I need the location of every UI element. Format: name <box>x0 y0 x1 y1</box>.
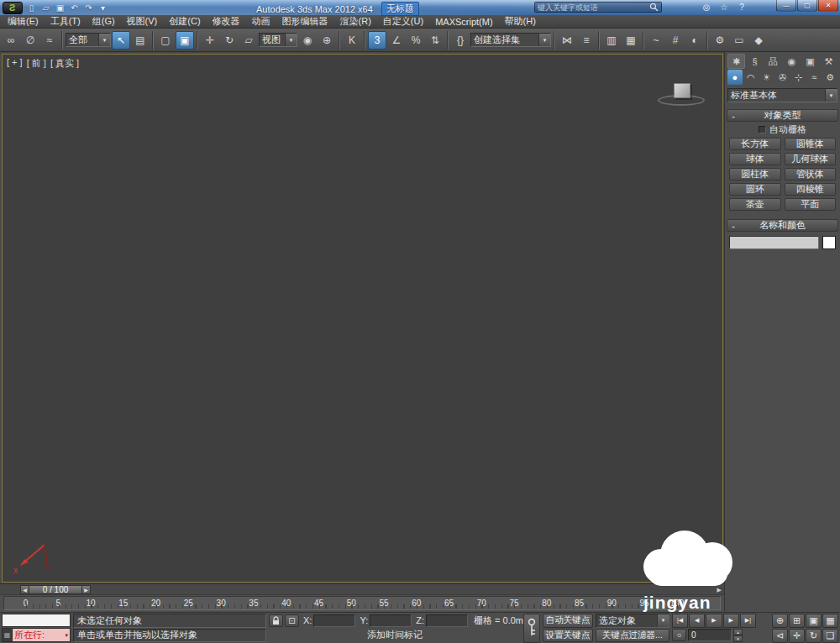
field-of-view-button[interactable]: ⊲ <box>772 629 788 643</box>
time-slider-handle[interactable]: ◀ 0 / 100 ▶ <box>20 585 91 594</box>
set-keys-button[interactable] <box>523 614 540 643</box>
rectangular-selection-region-icon[interactable]: ▢ <box>156 31 175 50</box>
render-setup-icon[interactable]: ⚙ <box>711 31 729 50</box>
undo-icon[interactable]: ↶ <box>68 2 81 13</box>
pan-view-button[interactable]: ✛ <box>789 629 805 643</box>
schematic-view-icon[interactable]: # <box>666 31 685 50</box>
key-filters-button[interactable]: 关键点过滤器... <box>596 629 669 643</box>
previous-frame-icon[interactable]: ◀ <box>20 585 29 594</box>
primitive-category-dropdown[interactable]: 标准基本体 ▾ <box>727 88 837 102</box>
object-type-button[interactable]: 几何球体 <box>785 153 837 165</box>
current-frame-field[interactable] <box>688 629 732 641</box>
slider-end-arrow-icon[interactable]: ▶ <box>717 587 722 593</box>
menu-item[interactable]: 视图(V) <box>121 15 164 28</box>
viewcube[interactable] <box>667 81 697 105</box>
viewcube-cube[interactable] <box>674 83 690 98</box>
favorites-star-icon[interactable]: ☆ <box>718 2 730 13</box>
chevron-down-icon[interactable]: ▾ <box>825 89 837 102</box>
utilities-tab-icon[interactable]: ⚒ <box>820 54 837 69</box>
zoom-region-button[interactable]: ▦ <box>822 614 838 628</box>
chevron-down-icon[interactable]: ▾ <box>98 34 110 46</box>
object-type-button[interactable]: 四棱锥 <box>785 183 837 196</box>
modify-tab-icon[interactable]: § <box>746 54 764 69</box>
systems-category-icon[interactable]: ⚙ <box>822 70 837 85</box>
front-viewport[interactable]: [ + ] [ 前 ] [ 真实 ] x <box>2 54 723 583</box>
bind-to-space-warp-icon[interactable]: ≈ <box>40 31 59 50</box>
y-coordinate-field[interactable] <box>370 614 412 627</box>
x-coordinate-field[interactable] <box>313 614 355 627</box>
hierarchy-tab-icon[interactable]: 品 <box>764 54 782 69</box>
render-production-icon[interactable]: ◆ <box>749 31 768 50</box>
orbit-viewport-button[interactable]: ↻ <box>806 629 822 643</box>
application-menu-button[interactable]: S <box>3 2 23 14</box>
open-file-icon[interactable]: ▱ <box>39 2 52 13</box>
communication-center-icon[interactable]: ◎ <box>701 2 712 13</box>
select-and-link-icon[interactable]: ∞ <box>2 31 20 50</box>
shapes-category-icon[interactable]: ◠ <box>743 70 759 85</box>
maximize-viewport-toggle-button[interactable]: ❏ <box>822 629 838 643</box>
object-type-button[interactable]: 茶壶 <box>729 198 781 211</box>
selection-filter-dropdown[interactable]: 全部▾ <box>66 33 111 47</box>
cameras-category-icon[interactable]: ✇ <box>775 70 790 85</box>
use-pivot-point-center-icon[interactable]: ◉ <box>298 31 317 50</box>
menu-item[interactable]: 动画 <box>246 15 276 28</box>
select-by-name-icon[interactable]: ▤ <box>131 31 150 50</box>
previous-frame-button[interactable]: ◀ <box>689 614 705 628</box>
spinner-up-icon[interactable]: ▴ <box>733 629 743 635</box>
z-coordinate-field[interactable] <box>426 614 468 627</box>
maximize-button[interactable]: ▢ <box>797 0 817 12</box>
minimize-button[interactable]: — <box>776 0 796 12</box>
rendered-frame-window-icon[interactable]: ▭ <box>730 31 748 50</box>
search-icon[interactable] <box>649 3 659 12</box>
object-type-button[interactable]: 圆环 <box>729 183 781 196</box>
percent-snap-toggle-icon[interactable]: % <box>407 31 425 50</box>
window-crossing-toggle-icon[interactable]: ▣ <box>176 31 194 50</box>
selected-objects-dropdown[interactable]: 选定对象 ▾ <box>596 614 669 628</box>
menu-item[interactable]: 帮助(H) <box>499 15 542 28</box>
viewport-shading-menu[interactable]: [ 真实 ] <box>50 57 79 70</box>
menu-item[interactable]: MAXScript(M) <box>429 15 498 28</box>
display-tab-icon[interactable]: ▣ <box>801 54 819 69</box>
redo-icon[interactable]: ↷ <box>82 2 95 13</box>
menu-item[interactable]: 编辑(E) <box>2 15 45 28</box>
selection-lock-toggle[interactable] <box>269 614 283 627</box>
menu-item[interactable]: 组(G) <box>87 15 121 28</box>
unlink-selection-icon[interactable]: ∅ <box>21 31 39 50</box>
select-and-manipulate-icon[interactable]: ⊕ <box>318 31 336 50</box>
motion-tab-icon[interactable]: ◉ <box>783 54 801 69</box>
geometry-category-icon[interactable]: ● <box>727 70 743 85</box>
play-animation-button[interactable]: ▶ <box>706 614 722 628</box>
autogrid-checkbox[interactable] <box>759 126 766 133</box>
object-type-button[interactable]: 长方体 <box>729 138 781 150</box>
keyboard-shortcut-override-icon[interactable]: K <box>343 31 361 50</box>
add-time-tag[interactable]: 添加时间标记 <box>367 629 423 641</box>
material-editor-icon[interactable]: ◐ <box>685 31 704 50</box>
object-type-rollout-header[interactable]: - 对象类型 <box>727 109 838 122</box>
zoom-extents-all-button[interactable]: ▣ <box>806 614 822 628</box>
reference-coordinate-system-dropdown[interactable]: 视图▾ <box>259 33 297 47</box>
helpers-category-icon[interactable]: ⊹ <box>790 70 806 85</box>
time-slider[interactable]: ◀ 0 / 100 ▶ ▶ <box>0 583 724 594</box>
save-file-icon[interactable]: ▣ <box>54 2 66 13</box>
listener-white-row[interactable] <box>2 614 71 627</box>
lights-category-icon[interactable]: ☀ <box>759 70 774 85</box>
zoom-all-button[interactable]: ⊞ <box>789 614 805 628</box>
viewport-pov-menu[interactable]: [ 前 ] <box>27 57 46 70</box>
menu-item[interactable]: 创建(C) <box>163 15 206 28</box>
auto-key-button[interactable]: 自动关键点 <box>543 614 593 628</box>
curve-editor-icon[interactable]: ~ <box>647 31 665 50</box>
chevron-down-icon[interactable]: ▾ <box>538 34 550 46</box>
mirror-icon[interactable]: ⋈ <box>558 31 576 50</box>
viewport-general-menu[interactable]: [ + ] <box>7 57 23 70</box>
absolute-offset-toggle[interactable]: ⊡ <box>285 614 299 627</box>
menu-item[interactable]: 修改器 <box>207 15 246 28</box>
object-type-button[interactable]: 平面 <box>785 198 837 211</box>
go-to-start-button[interactable]: |◀ <box>672 614 688 628</box>
name-color-rollout-header[interactable]: - 名称和颜色 <box>727 219 838 232</box>
object-type-button[interactable]: 圆柱体 <box>729 168 781 180</box>
set-key-button[interactable]: 设置关键点 <box>543 629 593 643</box>
spinner-down-icon[interactable]: ▾ <box>733 635 743 642</box>
object-type-button[interactable]: 圆锥体 <box>785 138 837 150</box>
track-bar[interactable]: 0510152025303540455055606570758085909510… <box>0 594 724 612</box>
select-and-rotate-icon[interactable]: ↻ <box>220 31 239 50</box>
